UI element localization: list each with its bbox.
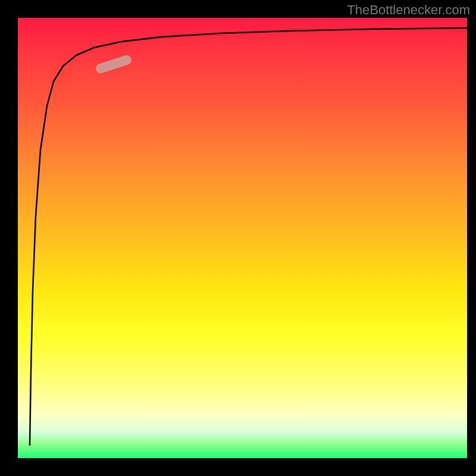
watermark-label: TheBottlenecker.com — [347, 2, 470, 18]
chart-plot-area — [18, 18, 467, 458]
chart-curve-line — [18, 18, 467, 458]
